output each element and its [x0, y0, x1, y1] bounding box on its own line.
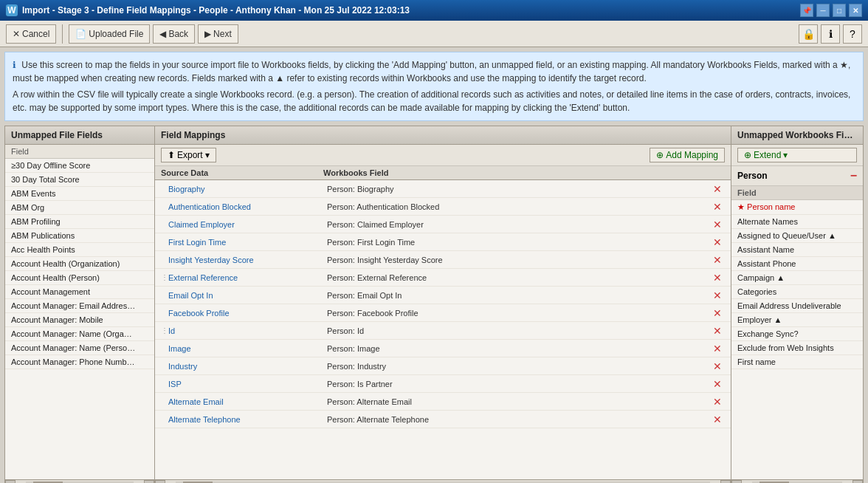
- row-drag-handle: ⋮: [161, 326, 168, 335]
- export-icon: ⬆: [168, 150, 175, 160]
- lock-button[interactable]: 🔒: [799, 24, 818, 44]
- next-button[interactable]: ▶ Next: [198, 24, 238, 44]
- right-scroll-right[interactable]: ▶: [852, 480, 863, 484]
- table-row[interactable]: Alternate EmailPerson: Alternate Email✕: [155, 393, 731, 411]
- table-row[interactable]: Insight Yesterday ScorePerson: Insight Y…: [155, 251, 731, 269]
- minimize-button[interactable]: ─: [816, 4, 830, 17]
- table-row[interactable]: BiographyPerson: Biography✕: [155, 180, 731, 198]
- row-delete-button[interactable]: ✕: [710, 236, 725, 248]
- info-button[interactable]: ℹ: [821, 24, 840, 44]
- left-list-item-1[interactable]: 30 Day Total Score: [5, 173, 154, 187]
- right-list-item-3[interactable]: Assistant Name: [731, 243, 863, 257]
- row-source: Alternate Email: [168, 397, 327, 406]
- middle-scroll-left[interactable]: ◀: [155, 480, 165, 484]
- table-row[interactable]: Claimed EmployerPerson: Claimed Employer…: [155, 216, 731, 233]
- table-row[interactable]: Authentication BlockedPerson: Authentica…: [155, 198, 731, 216]
- unmapped-workbooks-panel: Unmapped Workbooks Fi… ⊕ Extend ▾ Person…: [731, 126, 864, 483]
- middle-panel-header: Field Mappings: [155, 126, 731, 145]
- export-chevron-icon: ▾: [205, 150, 210, 160]
- person-section: Person −: [731, 166, 863, 186]
- left-list-item-13[interactable]: Account Manager: Name (Perso…: [5, 341, 154, 355]
- left-list-item-6[interactable]: Acc Health Points: [5, 243, 154, 257]
- left-list-item-2[interactable]: ABM Events: [5, 187, 154, 201]
- toolbar-right: 🔒 ℹ ?: [799, 24, 862, 44]
- right-list-item-1[interactable]: Alternate Names: [731, 215, 863, 229]
- close-button[interactable]: ✕: [849, 4, 862, 17]
- row-delete-button[interactable]: ✕: [710, 183, 725, 195]
- uploaded-file-button[interactable]: 📄 Uploaded File: [69, 24, 150, 44]
- left-list-item-12[interactable]: Account Manager: Name (Orga…: [5, 327, 154, 341]
- row-delete-button[interactable]: ✕: [710, 343, 725, 354]
- table-row[interactable]: Alternate TelephonePerson: Alternate Tel…: [155, 411, 731, 428]
- left-scroll-left[interactable]: ◀: [5, 480, 16, 484]
- row-delete-button[interactable]: ✕: [710, 325, 725, 337]
- export-button[interactable]: ⬆ Export ▾: [161, 148, 216, 162]
- left-scroll-right[interactable]: ▶: [144, 480, 154, 484]
- row-delete-button[interactable]: ✕: [710, 414, 725, 425]
- left-panel-subheader: Field: [5, 145, 154, 159]
- right-list-item-2[interactable]: Assigned to Queue/User ▲: [731, 229, 863, 243]
- person-collapse-button[interactable]: −: [850, 169, 857, 182]
- right-list-item-6[interactable]: Categories: [731, 285, 863, 299]
- row-delete-button[interactable]: ✕: [710, 201, 725, 213]
- left-list-item-0[interactable]: ≥30 Day Offline Score: [5, 159, 154, 173]
- back-button[interactable]: ◀ Back: [153, 24, 195, 44]
- row-delete-button[interactable]: ✕: [710, 360, 725, 372]
- right-list-item-0[interactable]: ★ Person name: [731, 200, 863, 215]
- left-list-item-4[interactable]: ABM Profiling: [5, 215, 154, 229]
- row-delete-button[interactable]: ✕: [710, 396, 725, 408]
- row-delete-button[interactable]: ✕: [710, 307, 725, 319]
- extend-button[interactable]: ⊕ Extend ▾: [737, 148, 857, 162]
- add-mapping-button[interactable]: ⊕ Add Mapping: [650, 148, 725, 162]
- right-list-item-10[interactable]: Exclude from Web Insights: [731, 341, 863, 355]
- left-list-item-7[interactable]: Account Health (Organization): [5, 257, 154, 271]
- left-list-item-10[interactable]: Account Manager: Email Addres…: [5, 299, 154, 313]
- info-box: ℹ Use this screen to map the fields in y…: [4, 52, 864, 121]
- field-mappings-panel: Field Mappings ⬆ Export ▾ ⊕ Add Mapping …: [155, 126, 731, 483]
- left-list-item-9[interactable]: Account Management: [5, 285, 154, 299]
- table-row[interactable]: Facebook ProfilePerson: Facebook Profile…: [155, 304, 731, 322]
- right-scroll-left[interactable]: ◀: [731, 480, 742, 484]
- row-delete-button[interactable]: ✕: [710, 378, 725, 390]
- cancel-button[interactable]: ✕ Cancel: [6, 24, 56, 44]
- left-list-item-14[interactable]: Account Manager: Phone Numb…: [5, 355, 154, 369]
- table-row[interactable]: ImagePerson: Image✕: [155, 340, 731, 357]
- right-list-item-4[interactable]: Assistant Phone: [731, 257, 863, 271]
- middle-scroll-right[interactable]: ▶: [720, 480, 731, 484]
- extend-chevron-icon: ▾: [783, 150, 788, 160]
- table-row[interactable]: Email Opt InPerson: Email Opt In✕: [155, 287, 731, 304]
- left-list-item-3[interactable]: ABM Org: [5, 201, 154, 215]
- row-source: Industry: [168, 362, 327, 371]
- col-workbooks-field: Workbooks Field: [323, 168, 725, 177]
- maximize-button[interactable]: □: [833, 4, 846, 17]
- row-delete-button[interactable]: ✕: [710, 272, 725, 284]
- help-button[interactable]: ?: [843, 24, 862, 44]
- middle-toolbar: ⬆ Export ▾ ⊕ Add Mapping: [155, 145, 731, 166]
- table-row[interactable]: ISPPerson: Is Partner✕: [155, 375, 731, 393]
- row-delete-button[interactable]: ✕: [710, 290, 725, 301]
- right-list-item-9[interactable]: Exchange Sync?: [731, 327, 863, 341]
- info-line2: A row within the CSV file will typically…: [13, 88, 855, 114]
- right-list-item-5[interactable]: Campaign ▲: [731, 271, 863, 285]
- row-workbooks: Person: Is Partner: [327, 380, 710, 388]
- table-row[interactable]: First Login TimePerson: First Login Time…: [155, 233, 731, 251]
- row-delete-button[interactable]: ✕: [710, 219, 725, 230]
- toolbar: ✕ Cancel 📄 Uploaded File ◀ Back ▶ Next 🔒…: [0, 21, 868, 47]
- window-title: Import - Stage 3 - Define Field Mappings…: [22, 5, 796, 16]
- right-list-item-7[interactable]: Email Address Undeliverable: [731, 299, 863, 313]
- right-list-item-11[interactable]: First name: [731, 355, 863, 369]
- table-row[interactable]: IndustryPerson: Industry✕: [155, 357, 731, 375]
- row-delete-button[interactable]: ✕: [710, 254, 725, 266]
- row-workbooks: Person: Image: [327, 344, 710, 353]
- right-list-item-8[interactable]: Employer ▲: [731, 313, 863, 327]
- table-body: BiographyPerson: Biography✕Authenticatio…: [155, 180, 731, 479]
- table-row[interactable]: ⋮External ReferencePerson: External Refe…: [155, 269, 731, 287]
- left-list-item-8[interactable]: Account Health (Person): [5, 271, 154, 285]
- left-list-item-11[interactable]: Account Manager: Mobile: [5, 313, 154, 327]
- table-row[interactable]: ⋮IdPerson: Id✕: [155, 322, 731, 340]
- row-drag-handle: ⋮: [161, 273, 168, 281]
- pin-button[interactable]: 📌: [800, 4, 813, 17]
- row-workbooks: Person: Biography: [327, 185, 710, 193]
- row-source: Insight Yesterday Score: [168, 256, 327, 264]
- left-list-item-5[interactable]: ABM Publications: [5, 229, 154, 243]
